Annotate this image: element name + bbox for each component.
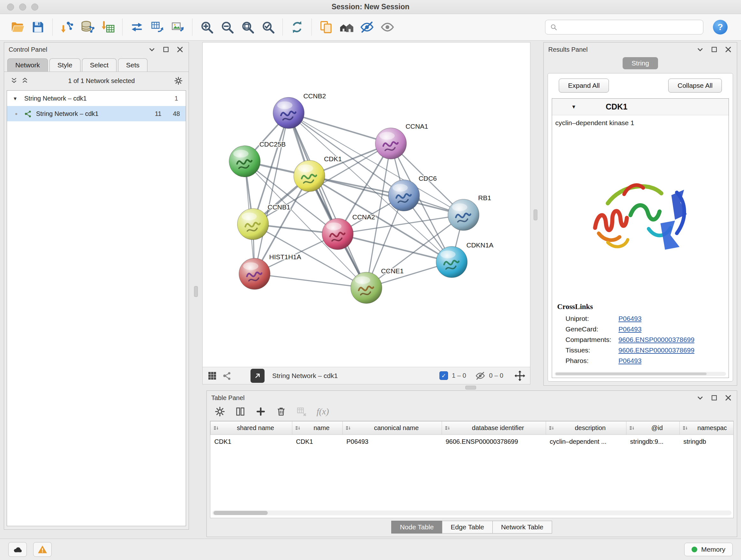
hidden-eye-slash-icon[interactable] [475,371,485,381]
panel-menu-icon[interactable] [696,45,704,54]
sort-icon[interactable] [295,425,301,431]
table-cell[interactable]: stringdb:9... [626,435,680,449]
column-header[interactable]: description [546,422,626,435]
column-header[interactable]: name [292,422,343,435]
hide-selected-button[interactable] [358,17,376,37]
float-panel-icon[interactable] [710,45,718,54]
expand-all-button[interactable]: Expand All [559,78,609,92]
network-tree-child-row[interactable]: ● String Network – cdk1 11 48 [7,106,186,121]
network-overview-icon[interactable] [222,371,232,381]
network-node-ccna1[interactable] [375,128,407,159]
new-network-selection-button[interactable] [128,17,146,37]
panel-menu-icon[interactable] [696,394,704,402]
open-session-button[interactable] [8,17,27,37]
close-panel-icon[interactable] [176,45,184,54]
table-cell[interactable]: CDK1 [292,435,343,449]
table-scrollbar-thumb[interactable] [213,511,268,515]
home-views-button[interactable] [337,17,356,37]
zoom-in-button[interactable] [198,17,216,37]
network-node-cdc6[interactable] [388,180,420,211]
disclosure-triangle-icon[interactable]: ▼ [13,96,20,101]
table-cell[interactable]: cyclin–dependent ... [546,435,626,449]
collapse-all-button[interactable]: Collapse All [668,78,722,92]
pan-tool-icon[interactable] [514,370,526,381]
table-cell[interactable]: CDK1 [211,435,292,449]
network-node-cdc25b[interactable] [229,145,260,177]
close-window-button[interactable] [7,3,14,10]
sort-icon[interactable] [213,425,219,431]
export-image-button[interactable] [169,17,187,37]
close-panel-icon[interactable] [724,394,732,402]
tab-network-table[interactable]: Network Table [492,521,552,534]
snapshot-button[interactable] [317,17,335,37]
crosslink-value-link[interactable]: P06493 [618,357,642,365]
crosslink-value-link[interactable]: P06493 [618,325,642,333]
detach-view-button[interactable] [251,369,265,383]
zoom-selected-button[interactable] [259,17,277,37]
table-cell[interactable]: stringdb [680,435,734,449]
gear-icon[interactable] [174,76,183,85]
crosslink-value-link[interactable]: P06493 [618,315,642,322]
sort-icon[interactable] [549,425,555,431]
column-header[interactable]: namespac [680,422,734,435]
maximize-window-button[interactable] [31,3,38,10]
import-network-database-button[interactable] [78,17,97,37]
tab-edge-table[interactable]: Edge Table [442,521,493,534]
sort-icon[interactable] [629,425,635,431]
tab-select[interactable]: Select [82,58,117,71]
table-horizontal-scrollbar[interactable] [212,510,731,515]
cloud-button[interactable] [8,542,27,557]
float-panel-icon[interactable] [162,45,170,54]
select-columns-icon[interactable] [235,406,246,417]
sort-icon[interactable] [682,425,689,431]
table-cell[interactable]: 9606.ENSP00000378699 [442,435,546,449]
import-table-button[interactable] [98,17,117,37]
zoom-fit-button[interactable] [239,17,257,37]
table-row[interactable]: CDK1CDK1P064939606.ENSP00000378699cyclin… [211,435,734,449]
tab-network[interactable]: Network [7,58,48,71]
gene-entry-header[interactable]: ▼ CDK1 [552,99,729,115]
splitter-handle[interactable] [194,286,198,297]
tab-node-table[interactable]: Node Table [391,521,442,534]
network-node-ccne1[interactable] [351,272,382,304]
network-canvas-svg[interactable]: CCNB2CCNA1CDC25BCDK1CDC6RB1CCNB1CCNA2CDK… [203,43,530,367]
selected-checkbox[interactable]: ✓ [440,371,448,380]
refresh-layout-button[interactable] [288,17,307,37]
add-column-icon[interactable] [255,406,266,417]
close-panel-icon[interactable] [724,45,732,54]
collapse-entry-triangle-icon[interactable]: ▼ [571,104,579,110]
delete-column-icon[interactable] [276,406,286,417]
network-edge[interactable] [309,176,463,215]
float-panel-icon[interactable] [710,394,718,402]
panel-menu-icon[interactable] [148,45,156,54]
column-header[interactable]: database identifier [442,422,546,435]
crosslink-value-link[interactable]: 9606.ENSP00000378699 [618,336,694,344]
network-node-ccnb2[interactable] [273,98,305,129]
memory-button[interactable]: Memory [684,543,733,556]
network-node-ccna2[interactable] [322,219,353,250]
results-scrollbar-thumb[interactable] [556,373,706,375]
show-all-button[interactable] [378,17,397,37]
network-tree-root-row[interactable]: ▼ String Network – cdk1 1 [7,91,186,106]
tab-sets[interactable]: Sets [118,58,147,71]
results-scrollbar[interactable] [555,372,726,376]
zoom-out-button[interactable] [218,17,237,37]
grid-view-icon[interactable] [207,371,217,381]
tab-style[interactable]: Style [50,58,80,71]
network-node-rb1[interactable] [448,199,479,231]
minimize-window-button[interactable] [19,3,26,10]
splitter-handle[interactable] [534,209,537,220]
network-node-hist1h1a[interactable] [239,258,270,290]
table-options-gear-icon[interactable] [214,406,225,417]
import-network-file-button[interactable] [58,17,76,37]
warnings-button[interactable] [33,542,52,557]
network-edge[interactable] [255,113,289,274]
column-header[interactable]: @id [626,422,680,435]
sort-icon[interactable] [445,425,451,431]
search-box[interactable] [545,20,703,35]
network-node-cdk1[interactable] [293,160,325,192]
help-button[interactable]: ? [713,20,728,35]
tab-string[interactable]: String [623,57,658,69]
network-canvas[interactable]: CCNB2CCNA1CDC25BCDK1CDC6RB1CCNB1CCNA2CDK… [203,43,530,367]
network-from-table-button[interactable] [148,17,166,37]
